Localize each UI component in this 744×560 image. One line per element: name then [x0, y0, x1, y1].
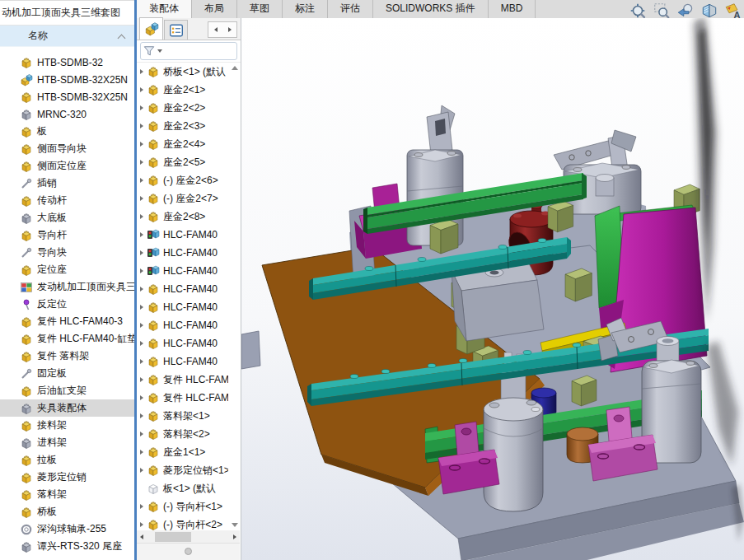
tree-item[interactable]: 板<1> (默认 [137, 479, 228, 497]
expand-caret-icon[interactable] [140, 377, 143, 382]
file-list-item[interactable]: 复件 HLC-FAM40-3 [0, 313, 134, 330]
expand-caret-icon[interactable] [140, 142, 143, 147]
file-list-item[interactable]: 板 [0, 123, 134, 140]
tree-item[interactable]: HLC-FAM40 [137, 316, 228, 334]
file-list-item[interactable]: 复件 落料架 [0, 348, 134, 365]
file-list-item[interactable]: 拉板 [0, 451, 134, 469]
tree-item[interactable]: 落料架<1> [137, 407, 228, 425]
file-list-item[interactable]: 导向块 [0, 244, 134, 261]
scroll-left-button[interactable] [137, 534, 147, 539]
file-list-item[interactable]: 侧面定位座 [0, 157, 134, 175]
scroll-down-icon[interactable] [232, 523, 238, 527]
tree-horizontal-scrollbar[interactable] [137, 530, 240, 544]
tree-item[interactable]: 座金2<4> [137, 135, 228, 153]
locator-block-olive[interactable] [548, 201, 573, 232]
tree-item[interactable]: 桥板<1> (默认 [137, 63, 228, 81]
expand-caret-icon[interactable] [140, 395, 143, 400]
file-list-item[interactable]: 大底板 [0, 209, 134, 226]
tree-item[interactable]: HLC-FAM40 [137, 226, 228, 244]
expand-caret-icon[interactable] [140, 522, 143, 527]
tree-item[interactable]: HLC-FAM40 [137, 352, 228, 371]
section-view-icon[interactable] [700, 2, 719, 20]
expand-caret-icon[interactable] [140, 178, 143, 183]
tree-item[interactable]: HLC-FAM40 [137, 334, 228, 352]
file-list-item[interactable]: 进料架 [0, 434, 134, 451]
file-list-item[interactable]: 发动机加工顶面夹具三维 [0, 278, 134, 296]
expand-caret-icon[interactable] [140, 214, 143, 219]
expand-caret-icon[interactable] [140, 450, 143, 455]
zoom-fit-icon[interactable] [628, 2, 648, 20]
ribbon-tab-评估[interactable]: 评估 [328, 0, 373, 18]
file-list-item[interactable]: 桥板 [0, 503, 134, 520]
file-list-item[interactable]: 后油缸支架 [0, 382, 134, 399]
locator-block-olive[interactable] [572, 376, 597, 406]
file-list-item[interactable]: 传动杆 [0, 192, 134, 209]
scroll-right-button[interactable] [230, 534, 240, 539]
file-list-item[interactable]: 落料架 [0, 486, 134, 503]
tree-item[interactable]: HLC-FAM40 [137, 244, 228, 262]
name-column-header[interactable]: 名称 [0, 26, 134, 47]
tab-scroll-right-button[interactable] [222, 22, 236, 37]
file-list-item[interactable]: HTB-SDMB-32 [0, 54, 134, 71]
locator-block-olive[interactable] [565, 268, 592, 301]
file-list-item[interactable]: 固定板 [0, 365, 134, 382]
expand-caret-icon[interactable] [140, 232, 143, 237]
annotation-view-icon[interactable] [723, 2, 743, 20]
tab-scroll-left-button[interactable] [208, 22, 222, 37]
file-list-item[interactable]: 夹具装配体 [0, 399, 134, 417]
locator-block-olive[interactable] [430, 219, 458, 254]
file-list-item[interactable]: 反定位 [0, 296, 134, 313]
scroll-up-icon[interactable] [232, 66, 238, 70]
previous-view-icon[interactable] [676, 2, 695, 20]
tree-item[interactable]: HLC-FAM40 [137, 298, 228, 316]
panel-splitter[interactable] [137, 543, 240, 560]
file-list-item[interactable]: 定位座 [0, 261, 134, 278]
tree-item[interactable]: (-) 座金2<6> [137, 171, 228, 189]
expand-caret-icon[interactable] [140, 468, 143, 473]
ribbon-tab-MBD[interactable]: MBD [489, 0, 536, 18]
expand-caret-icon[interactable] [140, 160, 143, 165]
tree-item[interactable]: 菱形定位销<1> [137, 461, 228, 479]
tree-item[interactable]: 座金2<8> [137, 208, 228, 226]
tree-item[interactable]: HLC-FAM40 [137, 280, 228, 298]
3d-assembly-model[interactable] [241, 18, 744, 560]
expand-caret-icon[interactable] [140, 341, 143, 346]
tree-item[interactable]: (-) 座金2<7> [137, 189, 228, 208]
ribbon-tab-标注[interactable]: 标注 [283, 0, 328, 18]
file-list-item[interactable]: 导向杆 [0, 226, 134, 244]
tree-vertical-scrollbar[interactable] [229, 63, 240, 530]
expand-caret-icon[interactable] [140, 124, 143, 128]
tree-item[interactable]: 复件 HLC-FAM40 [137, 371, 228, 389]
tree-item[interactable]: 座金1<1> [137, 443, 228, 461]
tree-filter-input[interactable] [140, 42, 237, 60]
expand-caret-icon[interactable] [140, 87, 143, 92]
scrollbar-thumb[interactable] [155, 532, 191, 542]
zoom-area-icon[interactable] [652, 2, 671, 20]
ribbon-tab-SOLIDWORKS 插件[interactable]: SOLIDWORKS 插件 [373, 0, 489, 18]
graphics-viewport[interactable] [241, 18, 744, 560]
file-list-item[interactable]: 深沟球轴承-255 [0, 520, 134, 538]
expand-caret-icon[interactable] [140, 196, 143, 201]
tree-item[interactable]: 复件 HLC-FAM40 [137, 389, 228, 407]
file-list-item[interactable]: 谭兴-RTS-320 尾座 [0, 538, 134, 555]
tree-item[interactable]: 座金2<2> [137, 99, 228, 117]
file-list-item[interactable]: 侧面导向块 [0, 140, 134, 157]
expand-caret-icon[interactable] [140, 432, 143, 436]
expand-caret-icon[interactable] [140, 287, 143, 292]
tab-property-manager[interactable] [164, 20, 188, 40]
tree-item[interactable]: 座金2<1> [137, 81, 228, 99]
tree-item[interactable]: HLC-FAM40 [137, 262, 228, 280]
expand-caret-icon[interactable] [140, 504, 143, 509]
file-list-item[interactable]: 菱形定位销 [0, 469, 134, 486]
expand-caret-icon[interactable] [140, 105, 143, 110]
expand-caret-icon[interactable] [140, 69, 143, 74]
tree-item[interactable]: 座金2<3> [137, 117, 228, 135]
tab-featuremanager-tree[interactable] [139, 17, 163, 40]
file-list-item[interactable]: HTB-SDMB-32X25N [0, 88, 134, 105]
tree-item[interactable]: (-) 导向杆<1> [137, 497, 228, 516]
file-list-item[interactable]: 复件 HLC-FAM40-缸垫 [0, 330, 134, 348]
expand-caret-icon[interactable] [140, 323, 143, 328]
expand-caret-icon[interactable] [140, 359, 143, 364]
file-list-item[interactable]: 接料架 [0, 417, 134, 434]
tree-item[interactable]: 落料架<2> [137, 425, 228, 443]
